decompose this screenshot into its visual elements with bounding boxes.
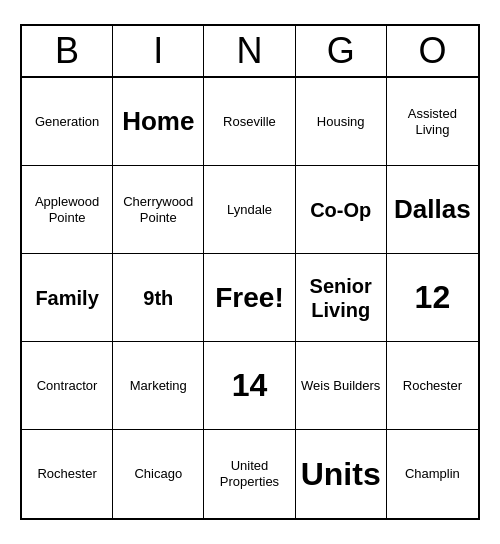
bingo-cell: Rochester bbox=[387, 342, 478, 430]
cell-text: Applewood Pointe bbox=[26, 194, 108, 225]
bingo-card: BINGO GenerationHomeRosevilleHousingAssi… bbox=[20, 24, 480, 520]
cell-text: Weis Builders bbox=[301, 378, 380, 394]
bingo-cell: Assisted Living bbox=[387, 78, 478, 166]
cell-text: Family bbox=[35, 286, 98, 310]
bingo-letter: G bbox=[296, 26, 387, 76]
bingo-cell: United Properties bbox=[204, 430, 295, 518]
bingo-cell: Dallas bbox=[387, 166, 478, 254]
bingo-letter: O bbox=[387, 26, 478, 76]
bingo-cell: Applewood Pointe bbox=[22, 166, 113, 254]
bingo-cell: Free! bbox=[204, 254, 295, 342]
bingo-cell: Marketing bbox=[113, 342, 204, 430]
bingo-grid: GenerationHomeRosevilleHousingAssisted L… bbox=[22, 78, 478, 518]
cell-text: Generation bbox=[35, 114, 99, 130]
cell-text: Home bbox=[122, 106, 194, 137]
cell-text: Marketing bbox=[130, 378, 187, 394]
bingo-cell: Lyndale bbox=[204, 166, 295, 254]
bingo-letter: N bbox=[204, 26, 295, 76]
cell-text: Rochester bbox=[403, 378, 462, 394]
cell-text: Lyndale bbox=[227, 202, 272, 218]
bingo-header: BINGO bbox=[22, 26, 478, 78]
bingo-cell: 12 bbox=[387, 254, 478, 342]
bingo-cell: Units bbox=[296, 430, 387, 518]
bingo-cell: 9th bbox=[113, 254, 204, 342]
bingo-cell: Cherrywood Pointe bbox=[113, 166, 204, 254]
cell-text: Roseville bbox=[223, 114, 276, 130]
cell-text: United Properties bbox=[208, 458, 290, 489]
cell-text: Cherrywood Pointe bbox=[117, 194, 199, 225]
cell-text: Housing bbox=[317, 114, 365, 130]
bingo-cell: Weis Builders bbox=[296, 342, 387, 430]
bingo-cell: Rochester bbox=[22, 430, 113, 518]
bingo-letter: B bbox=[22, 26, 113, 76]
cell-text: Free! bbox=[215, 282, 283, 314]
cell-text: Contractor bbox=[37, 378, 98, 394]
cell-text: Units bbox=[301, 455, 381, 493]
bingo-cell: Roseville bbox=[204, 78, 295, 166]
cell-text: Co-Op bbox=[310, 198, 371, 222]
bingo-cell: Chicago bbox=[113, 430, 204, 518]
bingo-cell: Contractor bbox=[22, 342, 113, 430]
bingo-cell: Champlin bbox=[387, 430, 478, 518]
cell-text: Rochester bbox=[37, 466, 96, 482]
bingo-cell: Generation bbox=[22, 78, 113, 166]
cell-text: 12 bbox=[415, 278, 451, 316]
cell-text: Dallas bbox=[394, 194, 471, 225]
cell-text: Champlin bbox=[405, 466, 460, 482]
bingo-letter: I bbox=[113, 26, 204, 76]
bingo-cell: Home bbox=[113, 78, 204, 166]
bingo-cell: 14 bbox=[204, 342, 295, 430]
cell-text: Senior Living bbox=[300, 274, 382, 322]
bingo-cell: Senior Living bbox=[296, 254, 387, 342]
cell-text: Assisted Living bbox=[391, 106, 474, 137]
bingo-cell: Housing bbox=[296, 78, 387, 166]
cell-text: Chicago bbox=[134, 466, 182, 482]
bingo-cell: Family bbox=[22, 254, 113, 342]
cell-text: 14 bbox=[232, 366, 268, 404]
bingo-cell: Co-Op bbox=[296, 166, 387, 254]
cell-text: 9th bbox=[143, 286, 173, 310]
